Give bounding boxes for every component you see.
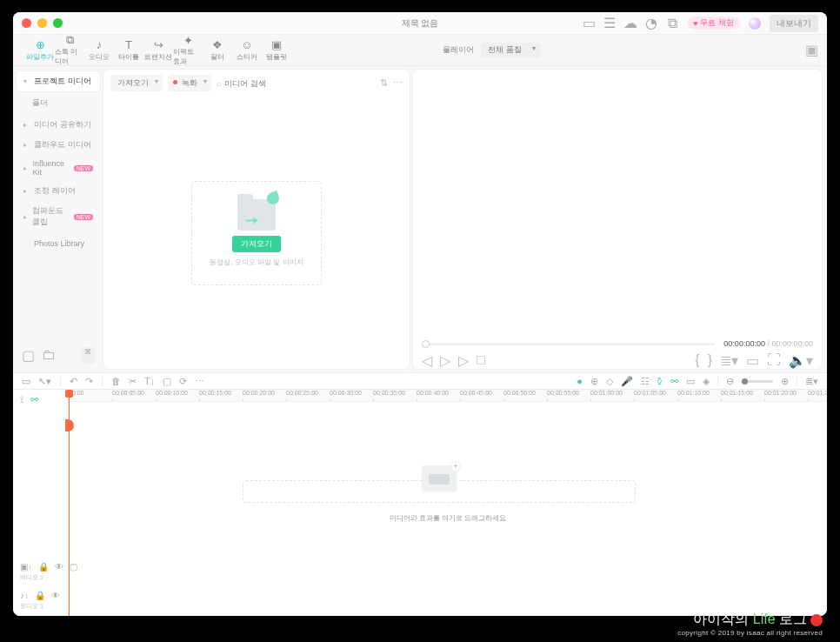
- tool-tab-transition[interactable]: ↪트랜지션: [143, 35, 173, 65]
- media-search[interactable]: ⌕: [217, 79, 375, 88]
- sidebar-item[interactable]: ▸조정 레이어: [17, 181, 100, 201]
- avatar[interactable]: [749, 17, 761, 30]
- timecode-duration: 00:00:00:00: [771, 339, 813, 348]
- link-icon[interactable]: ⚯: [670, 376, 678, 387]
- close-window-button[interactable]: [22, 18, 31, 28]
- minimize-window-button[interactable]: [37, 18, 47, 28]
- stop-button[interactable]: □: [477, 352, 485, 368]
- indicator-green-icon[interactable]: ●: [577, 376, 583, 386]
- marker-icon[interactable]: ◈: [703, 376, 710, 387]
- mixer-icon[interactable]: ☷: [641, 376, 650, 387]
- playhead[interactable]: [69, 390, 70, 616]
- import-button[interactable]: 가져오기: [232, 236, 281, 252]
- undo-button[interactable]: ↶: [70, 376, 77, 387]
- feed-icon[interactable]: ☰: [603, 17, 616, 30]
- tool-tab-sticker[interactable]: ☺스티커: [232, 35, 262, 65]
- audio-lock-icon[interactable]: 🔒: [35, 591, 45, 600]
- zoom-window-button[interactable]: [53, 18, 63, 28]
- new-folder-icon[interactable]: ▢: [22, 347, 35, 364]
- bell-icon[interactable]: ◔: [645, 17, 657, 30]
- cart-icon[interactable]: ⧉: [666, 17, 678, 30]
- preview-scrubber[interactable]: 00:00:00:00 / 00:00:00:00: [413, 336, 822, 351]
- lock-tracks-icon[interactable]: ⟟: [20, 394, 23, 405]
- layout-icon[interactable]: ≣▾: [720, 352, 738, 369]
- link-tracks-icon[interactable]: ⚯: [30, 394, 38, 405]
- snapshot-icon[interactable]: ▣: [805, 42, 818, 58]
- video-visible-icon[interactable]: 👁: [55, 562, 63, 572]
- export-button[interactable]: 내보내기: [770, 15, 818, 32]
- video-track-icon[interactable]: ▣↓: [20, 562, 32, 572]
- sidebar-item[interactable]: ▸클라우드 미디어: [17, 135, 100, 155]
- volume-icon[interactable]: 🔈▾: [789, 352, 813, 369]
- sidebar-photos-library[interactable]: Photos Library: [17, 235, 100, 252]
- ruler-tick: 00:00:50:00: [503, 390, 536, 396]
- tool-tab-audio[interactable]: ♪오디오: [84, 35, 114, 65]
- audio-mute-icon[interactable]: 👁: [51, 591, 60, 600]
- shield-icon[interactable]: ◇: [606, 376, 613, 387]
- fullscreen-icon[interactable]: ⛶: [767, 352, 781, 368]
- import-select[interactable]: 가져오기: [110, 75, 163, 91]
- chevron-right-icon: ▸: [23, 141, 30, 149]
- tool-tab-label: 스티커: [237, 52, 257, 62]
- new-bin-icon[interactable]: 🗀: [42, 347, 56, 364]
- tool-strip: ⊕파일추가⧉스톡 미디어♪오디오T타이틀↪트랜지션✦이펙트 효과❖필터☺스티커▣…: [13, 35, 827, 66]
- sidebar-item[interactable]: ▸미디어 공유하기: [17, 115, 100, 135]
- add-track-icon[interactable]: ⊕: [590, 376, 598, 387]
- delete-button[interactable]: 🗑: [111, 376, 121, 387]
- select-tool-icon[interactable]: ▭: [22, 376, 30, 387]
- magnet-icon[interactable]: ⧲: [657, 376, 663, 386]
- timeline-canvas[interactable]: 미디어와 효과를 여기로 드래그하세요: [69, 402, 827, 616]
- tool-tab-effect[interactable]: ✦이펙트 효과: [173, 35, 203, 65]
- media-search-input[interactable]: [224, 79, 375, 88]
- split-button[interactable]: ✂: [129, 376, 137, 387]
- scrub-handle[interactable]: [422, 340, 430, 348]
- mark-out-icon[interactable]: }: [708, 352, 712, 368]
- crop-button[interactable]: ▢: [163, 376, 171, 387]
- timeline-drop-lane[interactable]: [243, 480, 636, 503]
- audio-track-icon[interactable]: ♪↓: [20, 591, 29, 600]
- sidebar-project-media[interactable]: ▾ 프로젝트 미디어: [17, 71, 100, 91]
- tool-tab-template[interactable]: ▣템플릿: [262, 35, 291, 65]
- redo-button[interactable]: ↷: [85, 376, 93, 387]
- ruler-tick: 00:01:05:00: [634, 390, 666, 396]
- sidebar-folder[interactable]: 폴더: [17, 94, 100, 112]
- next-frame-button[interactable]: ▷: [458, 352, 469, 369]
- video-track-label: 비디오 1: [13, 573, 68, 582]
- preview-canvas[interactable]: [413, 70, 822, 336]
- sidebar-item[interactable]: ▸컴파운드 클립NEW: [17, 201, 100, 232]
- more-icon[interactable]: ⋯: [393, 77, 403, 89]
- play-button[interactable]: ▷: [440, 352, 450, 369]
- tool-tab-title[interactable]: T타이틀: [114, 35, 143, 65]
- tool-tab-stock[interactable]: ⧉스톡 미디어: [55, 35, 84, 65]
- main-row: ▾ 프로젝트 미디어 폴더 ▸미디어 공유하기▸클라우드 미디어▸Influen…: [13, 66, 827, 372]
- zoom-in-icon[interactable]: ⊕: [781, 376, 789, 387]
- sidebar-item-label: 클라우드 미디어: [34, 139, 91, 150]
- media-panel: 가져오기 녹화 ⌕ ⇅ ⋯ 가져오기 동영상, 오디오 파일 및 이미지: [103, 70, 410, 369]
- video-lock-icon[interactable]: 🔒: [38, 562, 49, 572]
- timeline-ruler[interactable]: 00:0000:00:05:0000:00:10:0000:00:15:0000…: [69, 390, 827, 402]
- display-toggle-icon[interactable]: ▭: [746, 352, 759, 369]
- tool-tab-import[interactable]: ⊕파일추가: [25, 35, 55, 65]
- tool-tab-label: 트랜지션: [144, 52, 172, 62]
- timeline-view-icon[interactable]: ≣▾: [805, 376, 818, 387]
- marker-add-icon[interactable]: ▭: [686, 376, 695, 387]
- speed-button[interactable]: ⟳: [179, 376, 187, 387]
- zoom-out-icon[interactable]: ⊖: [726, 376, 734, 387]
- record-select[interactable]: 녹화: [168, 75, 211, 91]
- cursor-tool-icon[interactable]: ↖▾: [38, 376, 51, 387]
- display-icon[interactable]: ▭: [583, 17, 595, 30]
- mark-in-icon[interactable]: {: [695, 352, 699, 368]
- free-trial-badge[interactable]: ♥ 무료 체험: [687, 17, 740, 30]
- zoom-slider[interactable]: [742, 380, 773, 383]
- quality-select[interactable]: 전체 품질: [481, 43, 541, 57]
- mic-icon[interactable]: 🎤: [621, 376, 633, 387]
- cloud-icon[interactable]: ☁: [624, 17, 637, 30]
- text-button[interactable]: T↓: [144, 376, 155, 387]
- keyframe-button[interactable]: ⋯: [195, 376, 204, 387]
- media-drop-area[interactable]: 가져오기 동영상, 오디오 파일 및 이미지: [103, 97, 410, 369]
- filter-icon[interactable]: ⇅: [380, 77, 388, 89]
- sidebar-folder-label: 폴더: [32, 97, 48, 109]
- tool-tab-filter[interactable]: ❖필터: [203, 35, 232, 65]
- prev-frame-button[interactable]: ◁: [422, 352, 432, 369]
- sidebar-item[interactable]: ▸Influence KitNEW: [17, 155, 100, 181]
